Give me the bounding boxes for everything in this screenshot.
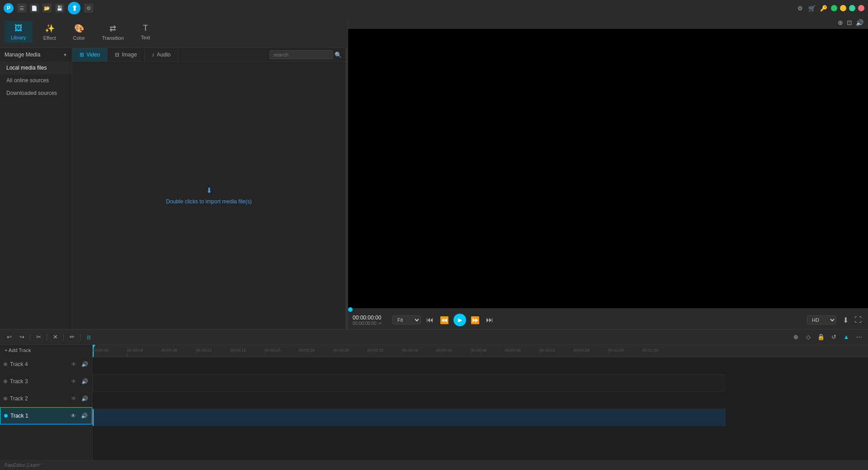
image-tab-icon: ⊟: [115, 52, 119, 58]
track4-dot: [4, 362, 7, 366]
track2-audio-btn[interactable]: 🔊: [80, 395, 89, 403]
settings-btn[interactable]: ⚙: [84, 4, 93, 13]
video-tab-icon: ⊞: [80, 52, 84, 58]
online-sources-label: All online sources: [6, 77, 49, 84]
drop-zone[interactable]: ⬇ Double clicks to import media file(s): [72, 62, 345, 329]
crop-icon-btn[interactable]: ⊡: [847, 19, 852, 26]
video-tab-label: Video: [86, 52, 100, 58]
track3-name: Track 3: [10, 378, 67, 385]
skip-end-btn[interactable]: ⏭: [484, 315, 495, 325]
ruler-mark-16: 00:01:04: [642, 348, 658, 352]
media-tab-audio[interactable]: ♪ Audio: [145, 48, 179, 61]
media-tab-video[interactable]: ⊞ Video: [72, 48, 108, 61]
open-btn[interactable]: 📂: [42, 4, 52, 13]
snap-icon-btn[interactable]: ⊕: [838, 19, 843, 26]
table-row: [93, 375, 726, 392]
quality-select[interactable]: HD SD 720p 1080p: [807, 315, 836, 324]
redo-btn[interactable]: ↪: [16, 332, 27, 343]
loop-btn[interactable]: ↺: [828, 332, 839, 343]
playhead-btn[interactable]: ▲: [841, 332, 852, 343]
tab-text[interactable]: T Text: [135, 21, 156, 43]
gear-icon-btn[interactable]: ⚙: [796, 4, 805, 13]
tab-library[interactable]: 🖼 Library: [5, 21, 33, 43]
status-bar: PawEditor-1.kam*: [0, 460, 868, 470]
resize-handle[interactable]: [345, 48, 348, 329]
tab-effect[interactable]: ✨ Effect: [37, 21, 62, 43]
playback-controls: 00:00:00:00 00:00:00:00 ✏ Fit 25% 50% 75…: [348, 311, 868, 329]
menu-btn[interactable]: ☰: [17, 4, 26, 13]
more-options-btn[interactable]: ⋯: [854, 332, 864, 343]
color-icon: 🎨: [74, 24, 84, 33]
tab-text-label: Text: [141, 35, 150, 40]
minimize-btn[interactable]: [840, 5, 846, 11]
fullscreen-btn[interactable]: ⛶: [853, 315, 863, 325]
cut-btn[interactable]: ✂: [33, 332, 44, 343]
media-tab-image[interactable]: ⊟ Image: [108, 48, 144, 61]
expand-icon-btn[interactable]: ⬇: [840, 315, 851, 325]
new-btn[interactable]: 📄: [30, 4, 39, 13]
skip-start-btn[interactable]: ⏮: [425, 315, 435, 325]
time-display: 00:00:00:00 00:00:00:00 ✏: [353, 315, 389, 326]
time-edit-btn[interactable]: ✏: [378, 321, 382, 326]
upload-btn[interactable]: ⬆: [68, 2, 80, 14]
sidebar-item-downloaded[interactable]: Downloaded sources: [0, 87, 72, 99]
timeline-section: ↩ ↪ ✂ ✕ ✏ ⫼ ⊕ ◇ 🔒 ↺ ▲ ⋯ + Add Track Trac…: [0, 329, 868, 460]
key-icon-btn[interactable]: 🔑: [819, 4, 828, 13]
track-rows: [93, 357, 868, 460]
audio-tab-label: Audio: [157, 52, 171, 58]
ruler-mark-11: 00:00:44: [471, 348, 486, 352]
left-panel: 🖼 Library ✨ Effect 🎨 Color ⇄ Transition …: [0, 16, 348, 329]
lock-btn[interactable]: 🔒: [816, 332, 826, 343]
magnet-btn[interactable]: ⊕: [790, 332, 801, 343]
sidebar-item-online[interactable]: All online sources: [0, 74, 72, 87]
track3-dot: [4, 380, 7, 383]
preview-toolbar: ⊕ ⊡ 🔊: [348, 16, 868, 29]
tab-transition[interactable]: ⇄ Transition: [96, 21, 130, 43]
cart-icon-btn[interactable]: 🛒: [807, 4, 816, 13]
track3-visibility-btn[interactable]: 👁: [70, 377, 78, 385]
search-icon-btn[interactable]: 🔍: [335, 52, 342, 58]
search-input[interactable]: [269, 50, 333, 59]
ruler-mark-7: 00:00:28: [333, 348, 349, 352]
track4-name: Track 4: [10, 361, 67, 367]
ruler-mark-4: 00:00:16: [230, 348, 246, 352]
edit-btn[interactable]: ✏: [66, 332, 77, 343]
next-frame-btn[interactable]: ⏩: [470, 315, 481, 325]
marker-btn[interactable]: ◇: [803, 332, 814, 343]
manage-media-header[interactable]: Manage Media ▼: [0, 48, 72, 61]
track1-audio-btn[interactable]: 🔊: [80, 412, 88, 420]
sidebar-item-local[interactable]: Local media files: [0, 61, 72, 74]
preview-area: ⊕ ⊡ 🔊 00:00:00:00 00:00:00:00 ✏: [348, 16, 868, 329]
track4-audio-btn[interactable]: 🔊: [80, 360, 89, 368]
prev-frame-btn[interactable]: ⏪: [439, 315, 450, 325]
track4-visibility-btn[interactable]: 👁: [70, 360, 78, 368]
save-btn[interactable]: 💾: [55, 4, 64, 13]
ruler-tick-1: [127, 353, 127, 357]
play-btn[interactable]: ▶: [453, 314, 466, 326]
track2-visibility-btn[interactable]: 👁: [70, 395, 78, 403]
fit-select[interactable]: Fit 25% 50% 75% 100%: [392, 315, 421, 324]
add-track-btn[interactable]: + Add Track: [0, 345, 92, 356]
volume-icon-btn[interactable]: 🔊: [856, 19, 863, 26]
tab-color[interactable]: 🎨 Color: [67, 21, 91, 43]
media-tabs: ⊞ Video ⊟ Image ♪ Audio 🔍: [72, 48, 345, 62]
audio-tab-icon: ♪: [152, 52, 155, 58]
search-area: 🔍: [266, 48, 345, 61]
track-header-2: Track 2 👁 🔊: [0, 390, 92, 407]
drop-zone-label: Double clicks to import media file(s): [166, 198, 251, 205]
delete-btn[interactable]: ✕: [50, 332, 61, 343]
split-btn[interactable]: ⫼: [83, 332, 94, 343]
track1-dot: [4, 414, 8, 418]
ruler-mark-8: 00:00:32: [368, 348, 383, 352]
playhead-bar[interactable]: [348, 308, 868, 311]
toolbar-tabs: 🖼 Library ✨ Effect 🎨 Color ⇄ Transition …: [0, 16, 348, 48]
title-bar-right: ⚙ 🛒 🔑: [796, 4, 864, 13]
ruler-mark-5: 00:00:20: [264, 348, 280, 352]
time-sub: 00:00:00:00: [353, 321, 377, 326]
undo-btn[interactable]: ↩: [4, 332, 14, 343]
track1-visibility-btn[interactable]: 👁: [69, 412, 77, 420]
maximize-btn[interactable]: [849, 5, 855, 11]
timeline-ruler[interactable]: 00:00:00 00:00:04 00:00:08 00:00:12 00:0…: [93, 345, 868, 357]
track3-audio-btn[interactable]: 🔊: [80, 377, 89, 385]
close-btn[interactable]: [858, 5, 864, 11]
